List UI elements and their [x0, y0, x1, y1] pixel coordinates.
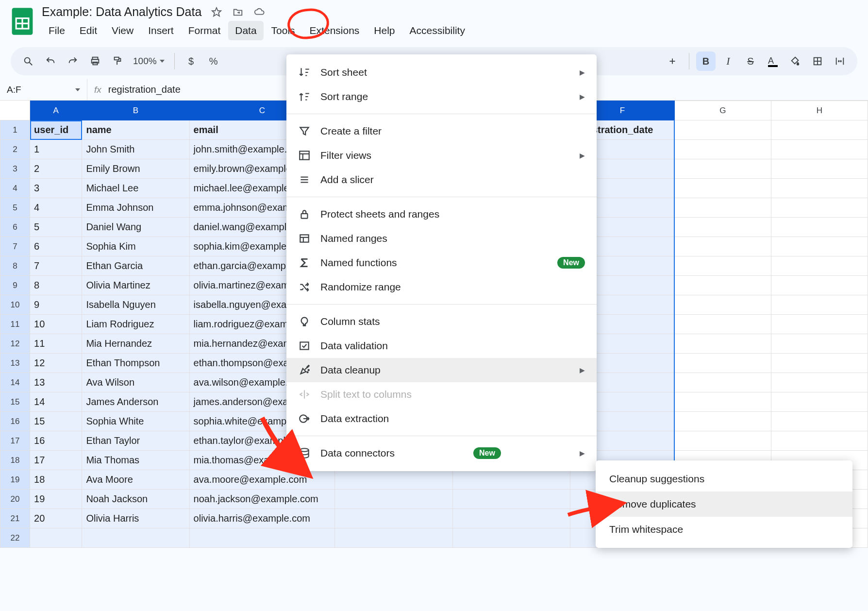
- italic-button[interactable]: I: [718, 51, 738, 71]
- row-header-10[interactable]: 10: [0, 295, 30, 315]
- row-header-8[interactable]: 8: [0, 256, 30, 276]
- bold-button[interactable]: B: [696, 51, 716, 71]
- redo-icon[interactable]: [63, 51, 83, 71]
- doc-title[interactable]: Example: Data Analytics Data: [42, 5, 201, 19]
- cell-B8[interactable]: Ethan Garcia: [82, 256, 189, 276]
- cell-H14[interactable]: [771, 373, 868, 392]
- row-header-11[interactable]: 11: [0, 315, 30, 334]
- row-header-16[interactable]: 16: [0, 412, 30, 431]
- print-icon[interactable]: [85, 51, 105, 71]
- cell-A4[interactable]: 3: [30, 179, 82, 198]
- name-box[interactable]: A:F: [0, 79, 87, 100]
- cell-A5[interactable]: 4: [30, 198, 82, 218]
- menuitem-data-validation[interactable]: Data validation: [286, 334, 597, 358]
- menuitem-data-extraction[interactable]: Data extraction: [286, 407, 597, 431]
- cell-G16[interactable]: [674, 412, 771, 431]
- cell-B7[interactable]: Sophia Kim: [82, 237, 189, 256]
- cell-B16[interactable]: Sophia White: [82, 412, 189, 431]
- menu-file[interactable]: File: [42, 21, 72, 40]
- cell-B9[interactable]: Olivia Martinez: [82, 276, 189, 295]
- cell-G2[interactable]: [674, 140, 771, 159]
- cell-H9[interactable]: [771, 276, 868, 295]
- cell-B22[interactable]: [82, 528, 189, 548]
- search-menu-icon[interactable]: [18, 51, 38, 71]
- cell-B4[interactable]: Michael Lee: [82, 179, 189, 198]
- format-currency-button[interactable]: $: [182, 51, 201, 71]
- cell-D21[interactable]: [335, 509, 452, 528]
- submenuitem-trim-whitespace[interactable]: Trim whitespace: [596, 517, 852, 542]
- cell-B17[interactable]: Ethan Taylor: [82, 431, 189, 451]
- cell-B18[interactable]: Mia Thomas: [82, 451, 189, 470]
- row-header-13[interactable]: 13: [0, 354, 30, 373]
- row-header-9[interactable]: 9: [0, 276, 30, 295]
- cell-B2[interactable]: John Smith: [82, 140, 189, 159]
- row-header-15[interactable]: 15: [0, 392, 30, 412]
- cell-G15[interactable]: [674, 392, 771, 412]
- row-header-2[interactable]: 2: [0, 140, 30, 159]
- cell-A10[interactable]: 9: [30, 295, 82, 315]
- cell-G12[interactable]: [674, 334, 771, 354]
- menuitem-data-cleanup[interactable]: Data cleanup▶: [286, 358, 597, 382]
- cell-A7[interactable]: 6: [30, 237, 82, 256]
- cell-B6[interactable]: Daniel Wang: [82, 218, 189, 237]
- cell-B20[interactable]: Noah Jackson: [82, 490, 189, 509]
- merge-cells-button[interactable]: [830, 51, 850, 71]
- cell-B21[interactable]: Olivia Harris: [82, 509, 189, 528]
- row-header-7[interactable]: 7: [0, 237, 30, 256]
- cell-H4[interactable]: [771, 179, 868, 198]
- cell-G3[interactable]: [674, 159, 771, 179]
- menu-data[interactable]: Data: [228, 21, 263, 40]
- zoom-select[interactable]: 100%: [130, 56, 167, 67]
- menuitem-filter-views[interactable]: Filter views▶: [286, 143, 597, 168]
- fill-color-button[interactable]: [785, 51, 805, 71]
- menuitem-named-functions[interactable]: Named functionsNew: [286, 251, 597, 275]
- cell-G13[interactable]: [674, 354, 771, 373]
- menu-insert[interactable]: Insert: [141, 21, 181, 40]
- cell-H13[interactable]: [771, 354, 868, 373]
- row-header-18[interactable]: 18: [0, 451, 30, 470]
- cell-H5[interactable]: [771, 198, 868, 218]
- menu-help[interactable]: Help: [367, 21, 401, 40]
- cell-D20[interactable]: [335, 490, 452, 509]
- cell-H11[interactable]: [771, 315, 868, 334]
- cell-H6[interactable]: [771, 218, 868, 237]
- cell-G11[interactable]: [674, 315, 771, 334]
- cell-A3[interactable]: 2: [30, 159, 82, 179]
- column-header-G[interactable]: G: [674, 101, 771, 120]
- cell-C21[interactable]: olivia.harris@example.com: [189, 509, 335, 528]
- cell-C19[interactable]: ava.moore@example.com: [189, 470, 335, 490]
- strikethrough-button[interactable]: S: [741, 51, 760, 71]
- cell-H15[interactable]: [771, 392, 868, 412]
- row-header-1[interactable]: 1: [0, 120, 30, 140]
- menuitem-sort-range[interactable]: Sort range▶: [286, 85, 597, 109]
- cell-B5[interactable]: Emma Johnson: [82, 198, 189, 218]
- row-header-5[interactable]: 5: [0, 198, 30, 218]
- cell-H12[interactable]: [771, 334, 868, 354]
- select-all-corner[interactable]: [0, 101, 30, 120]
- menu-extensions[interactable]: Extensions: [303, 21, 367, 40]
- cell-A11[interactable]: 10: [30, 315, 82, 334]
- cell-H7[interactable]: [771, 237, 868, 256]
- undo-icon[interactable]: [41, 51, 60, 71]
- cell-H2[interactable]: [771, 140, 868, 159]
- cell-A13[interactable]: 12: [30, 354, 82, 373]
- cell-A22[interactable]: [30, 528, 82, 548]
- cell-H16[interactable]: [771, 412, 868, 431]
- paint-format-icon[interactable]: [108, 51, 127, 71]
- cell-A12[interactable]: 11: [30, 334, 82, 354]
- formula-input[interactable]: registration_date: [108, 84, 181, 95]
- row-header-3[interactable]: 3: [0, 159, 30, 179]
- row-header-14[interactable]: 14: [0, 373, 30, 392]
- menuitem-column-stats[interactable]: Column stats: [286, 309, 597, 334]
- cell-E20[interactable]: [452, 490, 570, 509]
- row-header-4[interactable]: 4: [0, 179, 30, 198]
- cell-G7[interactable]: [674, 237, 771, 256]
- cell-C22[interactable]: [189, 528, 335, 548]
- cell-A21[interactable]: 20: [30, 509, 82, 528]
- cell-D22[interactable]: [335, 528, 452, 548]
- cell-D19[interactable]: [335, 470, 452, 490]
- cell-A15[interactable]: 14: [30, 392, 82, 412]
- menuitem-randomize-range[interactable]: Randomize range: [286, 275, 597, 299]
- menuitem-protect-sheets-and-ranges[interactable]: Protect sheets and ranges: [286, 202, 597, 226]
- cell-A14[interactable]: 13: [30, 373, 82, 392]
